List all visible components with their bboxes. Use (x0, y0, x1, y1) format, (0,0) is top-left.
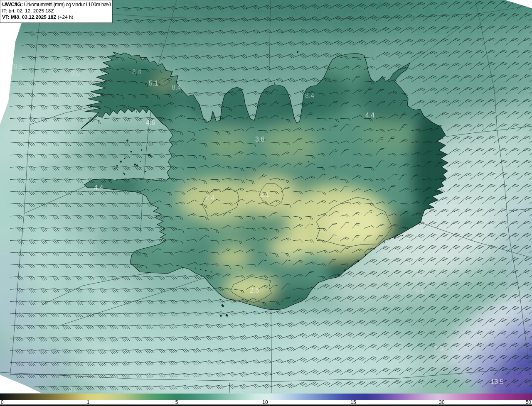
svg-text:4.4: 4.4 (365, 112, 374, 119)
svg-text:2.1: 2.1 (260, 191, 269, 198)
svg-text:8.4: 8.4 (132, 68, 141, 76)
svg-text:15: 15 (350, 399, 356, 405)
svg-text:8.4: 8.4 (305, 92, 314, 99)
svg-text:8.5: 8.5 (493, 174, 502, 181)
svg-text:8.4: 8.4 (172, 84, 181, 91)
svg-text:UWC/IG: Úrkomumætti (mm) og vi: UWC/IG: Úrkomumætti (mm) og vindur i 100… (2, 1, 111, 7)
svg-text:13.5: 13.5 (490, 378, 503, 385)
svg-text:7.9: 7.9 (434, 345, 443, 352)
svg-text:10: 10 (262, 399, 268, 405)
svg-text:9.8: 9.8 (415, 288, 424, 295)
svg-text:8.8: 8.8 (69, 386, 78, 393)
svg-text:50: 50 (526, 399, 532, 405)
svg-text:4.4: 4.4 (94, 184, 103, 191)
svg-text:0: 0 (1, 399, 4, 405)
svg-text:5: 5 (175, 399, 178, 405)
svg-text:2.6: 2.6 (250, 287, 259, 294)
svg-text:4.6: 4.6 (146, 119, 155, 126)
svg-text:IT: þri. 02. 12. 2025 18Z: IT: þri. 02. 12. 2025 18Z (2, 8, 54, 14)
svg-text:3.5: 3.5 (448, 168, 457, 175)
svg-text:VT: Mið. 03.12.2025 18Z (+24 h: VT: Mið. 03.12.2025 18Z (+24 h) (2, 14, 74, 20)
svg-text:1: 1 (87, 399, 90, 405)
svg-text:9.7: 9.7 (324, 380, 333, 387)
svg-text:2.4: 2.4 (205, 194, 214, 201)
svg-text:9.5: 9.5 (14, 63, 23, 70)
svg-text:3.6: 3.6 (255, 136, 264, 143)
svg-text:5.1: 5.1 (149, 80, 158, 87)
svg-text:9.0: 9.0 (71, 70, 80, 77)
svg-text:30: 30 (439, 399, 445, 405)
